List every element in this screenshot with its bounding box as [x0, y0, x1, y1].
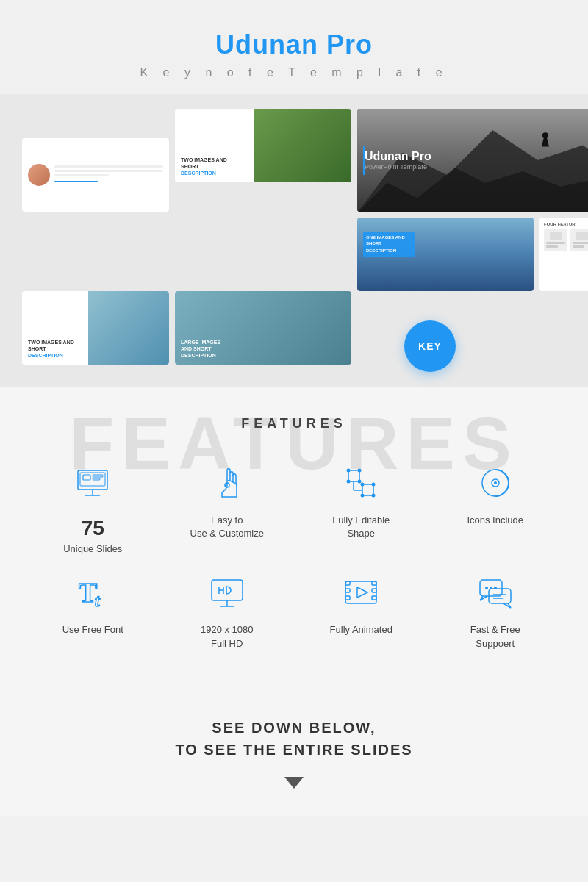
- svg-rect-10: [348, 470, 359, 481]
- key-button[interactable]: KEY: [404, 320, 456, 372]
- slide5-label: LARGE IMAGESAND SHORTDESCRIPTION: [181, 339, 220, 359]
- one-image-slide: ONE IMAGES AND SHORTDESCRIPTION: [357, 218, 534, 291]
- feature-unique-slides: 75 Unique Slides: [29, 461, 157, 556]
- feature-shape-label: Fully EditableShape: [332, 514, 390, 540]
- features-section: FEATURES FEATURES 75 Unique Slides: [0, 387, 588, 687]
- svg-point-14: [347, 469, 351, 473]
- svg-rect-7: [93, 475, 103, 477]
- footer-section: SEE DOWN BELOW, TO SEE THE ENTIRE SLIDES: [0, 687, 588, 816]
- svg-point-45: [490, 587, 492, 589]
- svg-rect-37: [345, 589, 350, 592]
- svg-rect-36: [345, 581, 350, 585]
- svg-point-15: [358, 469, 362, 473]
- feature-support: Fast & FreeSuppoert: [432, 570, 559, 650]
- hand-icon: [205, 461, 249, 505]
- features-title: FEATURES: [15, 416, 573, 431]
- svg-point-16: [347, 480, 351, 484]
- feature-hd-label: 1920 x 1080Full HD: [201, 623, 254, 650]
- svg-rect-11: [362, 484, 373, 495]
- profile-slide: [22, 138, 169, 212]
- main-slide-title: Udunan Pro: [365, 150, 431, 163]
- footer-arrow: [15, 775, 573, 794]
- feature-font-label: Use Free Font: [62, 623, 123, 637]
- svg-marker-49: [284, 777, 304, 789]
- features-grid: 75 Unique Slides Easy toUse & Customize: [15, 461, 573, 650]
- avatar: [28, 164, 50, 186]
- preview-area: Udunan Pro PowerPoint Template TWO IMAGE…: [0, 94, 588, 387]
- svg-point-24: [494, 481, 497, 484]
- four-feat-slide: FOUR FEATUR: [539, 218, 588, 291]
- svg-point-19: [372, 483, 376, 487]
- slide4-label: TWO IMAGES ANDSHORTDESCRIPTION: [28, 339, 74, 359]
- feature-icons-label: Icons Include: [467, 514, 523, 527]
- slide1-label: TWO IMAGES ANDSHORTDESCRIPTION: [181, 157, 227, 176]
- main-slide: Udunan Pro PowerPoint Template: [357, 109, 588, 212]
- chat-icon: [473, 570, 517, 614]
- header: Udunan Pro K e y n o t e T e m p l a t e: [0, 0, 588, 94]
- monitor-icon: [71, 461, 115, 505]
- slides-grid: Udunan Pro PowerPoint Template TWO IMAGE…: [22, 109, 566, 365]
- two-images-slide-2: TWO IMAGES ANDSHORTDESCRIPTION: [22, 291, 169, 365]
- play-icon: [339, 570, 383, 614]
- page-subtitle: K e y n o t e T e m p l a t e: [15, 66, 573, 79]
- svg-rect-40: [372, 589, 376, 592]
- shapes-icon: [339, 461, 383, 505]
- feature-easy-label: Easy toUse & Customize: [190, 514, 264, 540]
- svg-rect-38: [345, 596, 350, 600]
- large-images-slide: LARGE IMAGESAND SHORTDESCRIPTION: [175, 291, 351, 365]
- feature-unique-slides-label: 75 Unique Slides: [63, 514, 122, 556]
- page-title: Udunan Pro: [15, 29, 573, 60]
- svg-rect-39: [372, 581, 376, 585]
- svg-rect-6: [83, 475, 90, 480]
- feature-easy-customize: Easy toUse & Customize: [164, 461, 291, 556]
- svg-point-21: [372, 494, 376, 498]
- svg-point-20: [361, 494, 365, 498]
- main-slide-sub: PowerPoint Template: [365, 163, 431, 171]
- feature-support-label: Fast & FreeSuppoert: [470, 623, 520, 650]
- feature-icons-include: Icons Include: [432, 461, 559, 556]
- font-icon: T t: [71, 570, 115, 614]
- svg-point-44: [485, 587, 488, 589]
- svg-rect-27: [212, 580, 243, 600]
- svg-marker-35: [357, 587, 368, 598]
- slide2-label: ONE IMAGES AND SHORTDESCRIPTION: [366, 235, 412, 254]
- feature-full-hd: 1920 x 1080Full HD: [164, 570, 291, 650]
- two-images-slide-1: TWO IMAGES ANDSHORTDESCRIPTION: [175, 109, 351, 182]
- feature-animated-label: Fully Animated: [330, 623, 392, 637]
- svg-point-17: [358, 480, 362, 484]
- svg-rect-41: [372, 596, 376, 600]
- footer-cta: SEE DOWN BELOW, TO SEE THE ENTIRE SLIDES: [15, 717, 573, 761]
- disc-icon: [473, 461, 517, 505]
- svg-point-46: [494, 587, 497, 589]
- svg-point-1: [542, 132, 548, 138]
- display-icon: [205, 570, 249, 614]
- svg-point-18: [361, 483, 365, 487]
- feature-animated: Fully Animated: [298, 570, 425, 650]
- four-feat-title: FOUR FEATUR: [544, 222, 588, 226]
- feature-free-font: T t Use Free Font: [29, 570, 157, 650]
- svg-text:t: t: [95, 591, 101, 610]
- feature-editable-shape: Fully EditableShape: [298, 461, 425, 556]
- svg-rect-8: [93, 478, 100, 480]
